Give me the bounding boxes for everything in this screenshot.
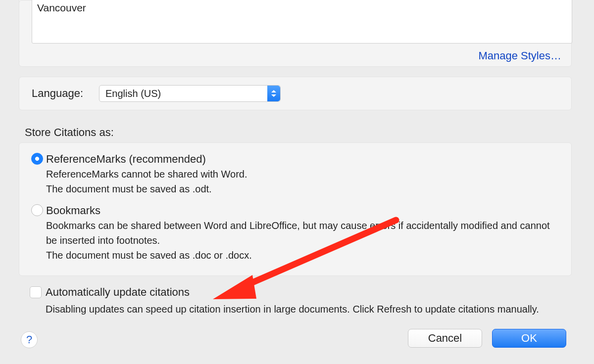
radio-desc: Bookmarks can be shared between Word and…: [46, 218, 559, 248]
language-panel: Language: English (US): [19, 77, 572, 110]
language-label: Language:: [32, 87, 83, 100]
cancel-button[interactable]: Cancel: [408, 329, 482, 348]
auto-update-checkbox[interactable]: [30, 286, 42, 298]
radio-label-referencemarks: ReferenceMarks (recommended): [46, 153, 206, 166]
radio-bookmarks[interactable]: [31, 204, 43, 216]
citation-styles-listbox[interactable]: Nature Vancouver: [32, 0, 572, 44]
auto-update-desc: Disabling updates can speed up citation …: [46, 304, 569, 315]
ok-button[interactable]: OK: [492, 329, 566, 348]
manage-styles-link[interactable]: Manage Styles…: [478, 49, 561, 62]
style-item[interactable]: Vancouver: [37, 0, 567, 16]
radio-desc: ReferenceMarks cannot be shared with Wor…: [46, 167, 559, 182]
radio-desc: The document must be saved as .doc or .d…: [46, 248, 559, 263]
radio-label-bookmarks: Bookmarks: [46, 204, 100, 217]
store-citations-section-label: Store Citations as:: [25, 126, 114, 139]
auto-update-section: Automatically update citations Disabling…: [30, 286, 569, 315]
radio-referencemarks[interactable]: [31, 153, 43, 165]
store-citations-panel: ReferenceMarks (recommended) ReferenceMa…: [19, 142, 572, 276]
chevron-updown-icon: [267, 86, 280, 101]
radio-row-bookmarks[interactable]: Bookmarks: [31, 204, 559, 217]
help-button[interactable]: ?: [21, 331, 38, 348]
auto-update-row[interactable]: Automatically update citations: [30, 286, 569, 299]
radio-desc: The document must be saved as .odt.: [46, 182, 559, 196]
radio-row-referencemarks[interactable]: ReferenceMarks (recommended): [31, 153, 559, 166]
language-select[interactable]: English (US): [99, 85, 281, 102]
auto-update-label: Automatically update citations: [46, 286, 190, 299]
language-value: English (US): [105, 88, 161, 99]
